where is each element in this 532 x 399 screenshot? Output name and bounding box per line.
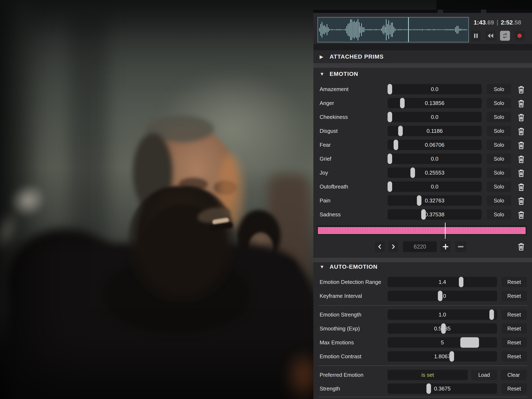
emotion-slider[interactable]: 0.37538	[387, 209, 482, 220]
auto-emotion-row: Emotion Contrast 1.8067 Reset	[313, 351, 532, 361]
slider-value: 0.0	[387, 181, 482, 192]
emotion-slider[interactable]: 0.0	[387, 181, 482, 192]
emotion-slider[interactable]: 0.13856	[387, 98, 482, 108]
slider-handle[interactable]	[387, 84, 392, 94]
collapse-triangle-icon: ▶	[320, 54, 325, 60]
solo-button[interactable]: Solo	[487, 209, 511, 220]
slider-handle[interactable]	[394, 140, 398, 150]
keyframe-track[interactable]	[317, 225, 527, 235]
minus-icon	[457, 243, 464, 250]
prev-keyframe-button[interactable]	[375, 241, 385, 252]
delete-emotion-button[interactable]	[516, 99, 526, 108]
rewind-button[interactable]	[485, 31, 495, 41]
solo-button[interactable]: Solo	[487, 167, 511, 178]
section-title: EMOTION	[329, 71, 358, 77]
delete-emotion-button[interactable]	[516, 154, 526, 164]
attached-prims-header[interactable]: ▶ ATTACHED PRIMS	[320, 50, 384, 63]
next-keyframe-button[interactable]	[388, 241, 398, 252]
parameter-slider[interactable]: 0.5135	[387, 323, 497, 334]
audio-waveform-bars	[318, 18, 468, 42]
solo-button[interactable]: Solo	[487, 140, 511, 150]
parameter-slider[interactable]: 1.8067	[387, 351, 497, 361]
keyframe-controls: 6220	[313, 241, 532, 252]
delete-emotion-button[interactable]	[516, 140, 526, 150]
keyframe-playhead[interactable]	[445, 222, 446, 239]
pause-button[interactable]	[471, 31, 481, 41]
slider-handle[interactable]	[438, 291, 443, 301]
emotion-slider[interactable]: 0.06706	[387, 140, 482, 150]
add-keyframe-button[interactable]	[440, 241, 451, 252]
load-button[interactable]: Load	[471, 370, 497, 380]
loop-button[interactable]	[500, 31, 510, 41]
delete-emotion-button[interactable]	[516, 168, 526, 178]
auto-emotion-header[interactable]: ▼ AUTO-EMOTION	[320, 262, 378, 271]
delete-all-keyframes-button[interactable]	[516, 242, 526, 252]
slider-handle[interactable]	[411, 167, 415, 178]
emotion-slider[interactable]: 0.1186	[387, 126, 482, 136]
slider-handle[interactable]	[387, 112, 392, 122]
delete-emotion-button[interactable]	[516, 210, 526, 220]
slider-handle[interactable]	[387, 154, 392, 164]
clear-button[interactable]: Clear	[501, 370, 527, 380]
reset-button[interactable]: Reset	[501, 323, 527, 334]
emotion-slider[interactable]: 0.0	[387, 84, 482, 94]
parameter-slider[interactable]: 5	[387, 337, 497, 348]
slider-handle[interactable]	[421, 209, 426, 220]
slider-value: 0.06706	[387, 140, 482, 150]
slider-handle[interactable]	[426, 383, 431, 394]
emotion-row: Pain 0.32763 Solo	[313, 195, 532, 206]
trash-icon	[517, 183, 525, 191]
emotion-slider[interactable]: 0.0	[387, 112, 482, 122]
slider-handle[interactable]	[417, 195, 421, 206]
trash-icon	[517, 155, 525, 164]
solo-button[interactable]: Solo	[487, 112, 511, 122]
parameter-label: Strength	[320, 383, 340, 394]
reset-button[interactable]: Reset	[501, 310, 527, 320]
reset-button[interactable]: Reset	[501, 277, 527, 287]
slider-handle[interactable]	[400, 98, 405, 108]
parameter-slider[interactable]: 1.0	[387, 310, 497, 320]
delete-emotion-button[interactable]	[516, 85, 526, 94]
parameter-slider[interactable]: 1.4	[387, 277, 497, 287]
delete-emotion-button[interactable]	[516, 112, 526, 122]
slider-handle[interactable]	[489, 310, 494, 320]
solo-button[interactable]: Solo	[487, 195, 511, 206]
emotion-slider[interactable]: 0.32763	[387, 195, 482, 206]
parameter-slider[interactable]: 1.0	[387, 291, 497, 301]
waveform-playhead[interactable]	[408, 18, 409, 42]
slider-handle[interactable]	[387, 181, 392, 192]
solo-button[interactable]: Solo	[487, 98, 511, 108]
remove-keyframe-button[interactable]	[455, 241, 466, 252]
preferred-emotion-field[interactable]: is set	[387, 370, 468, 380]
emotion-header[interactable]: ▼ EMOTION	[320, 70, 358, 79]
section-gap	[313, 44, 532, 50]
delete-emotion-button[interactable]	[516, 182, 526, 192]
trash-icon	[517, 196, 525, 205]
trash-icon	[517, 242, 525, 251]
slider-handle[interactable]	[459, 277, 463, 287]
reset-button[interactable]: Reset	[501, 351, 527, 361]
emotion-slider[interactable]: 0.0	[387, 154, 482, 164]
audio-waveform[interactable]	[317, 17, 469, 42]
parameter-slider[interactable]: 0.3675	[387, 383, 497, 394]
emotion-row: Cheekiness 0.0 Solo	[313, 112, 532, 122]
slider-handle[interactable]	[460, 337, 479, 348]
frame-number-field[interactable]: 6220	[403, 241, 437, 252]
timecode-display: 1:43.69|2:52.58	[474, 19, 521, 26]
reset-button[interactable]: Reset	[501, 383, 527, 394]
delete-emotion-button[interactable]	[516, 196, 526, 206]
record-button[interactable]	[514, 31, 525, 41]
slider-handle[interactable]	[398, 126, 403, 136]
solo-button[interactable]: Solo	[487, 84, 511, 94]
parameter-label: Keyframe Interval	[320, 291, 362, 301]
solo-button[interactable]: Solo	[487, 181, 511, 192]
keyframe-bar[interactable]	[318, 227, 526, 234]
emotion-slider[interactable]: 0.25553	[387, 167, 482, 178]
reset-button[interactable]: Reset	[501, 337, 527, 348]
reset-button[interactable]: Reset	[501, 291, 527, 301]
slider-handle[interactable]	[450, 351, 454, 361]
slider-handle[interactable]	[441, 323, 446, 334]
solo-button[interactable]: Solo	[487, 126, 511, 136]
delete-emotion-button[interactable]	[516, 126, 526, 136]
solo-button[interactable]: Solo	[487, 154, 511, 164]
